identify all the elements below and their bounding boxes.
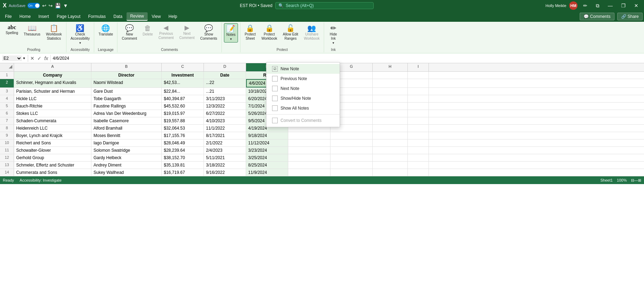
next-note-label: Next Note [281,86,299,91]
convert-to-comments-checkbox [272,118,278,123]
new-note-checkbox: ☑ [272,66,278,72]
previous-note-label: Previous Note [281,76,307,81]
next-note-item[interactable]: Next Note [266,84,340,93]
new-note-label: New Note [281,66,299,71]
show-hide-note-item[interactable]: Show/Hide Note [266,93,340,103]
show-all-notes-label: Show All Notes [281,106,309,111]
show-all-notes-item[interactable]: Show All Notes [266,103,340,113]
notes-dropdown-menu: ☑ New Note Previous Note Next Note Show/… [266,62,340,127]
convert-to-comments-item[interactable]: Convert to Comments [266,116,340,125]
notes-dropdown-separator [266,114,340,115]
show-hide-note-checkbox [272,96,278,101]
show-hide-note-label: Show/Hide Note [281,96,311,101]
next-note-checkbox [272,86,278,91]
show-all-notes-checkbox [272,105,278,111]
convert-to-comments-label: Convert to Comments [281,118,322,123]
new-note-item[interactable]: ☑ New Note [266,64,340,74]
previous-note-checkbox [272,76,278,81]
previous-note-item[interactable]: Previous Note [266,74,340,84]
